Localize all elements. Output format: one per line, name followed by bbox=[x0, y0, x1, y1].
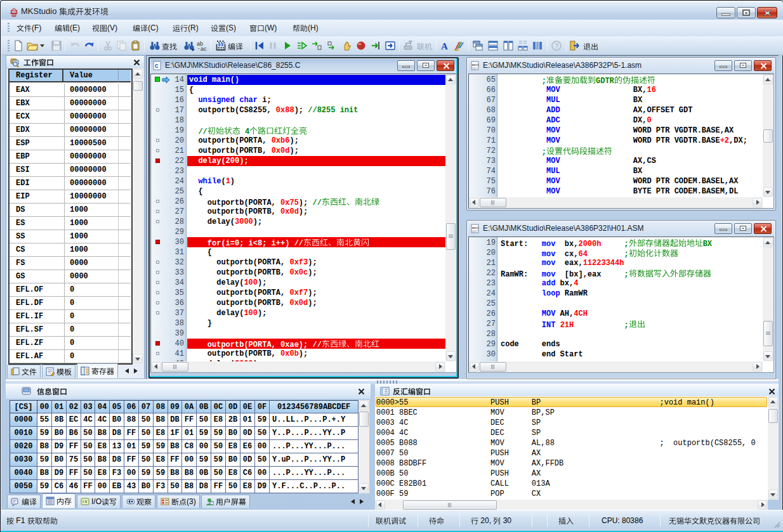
svg-text:asm: asm bbox=[472, 63, 479, 67]
svg-text:asm: asm bbox=[472, 226, 479, 230]
svg-text:?: ? bbox=[555, 42, 559, 49]
svg-text:ac: ac bbox=[201, 46, 207, 51]
svg-text:c: c bbox=[155, 62, 159, 69]
svg-text:A: A bbox=[441, 41, 448, 51]
